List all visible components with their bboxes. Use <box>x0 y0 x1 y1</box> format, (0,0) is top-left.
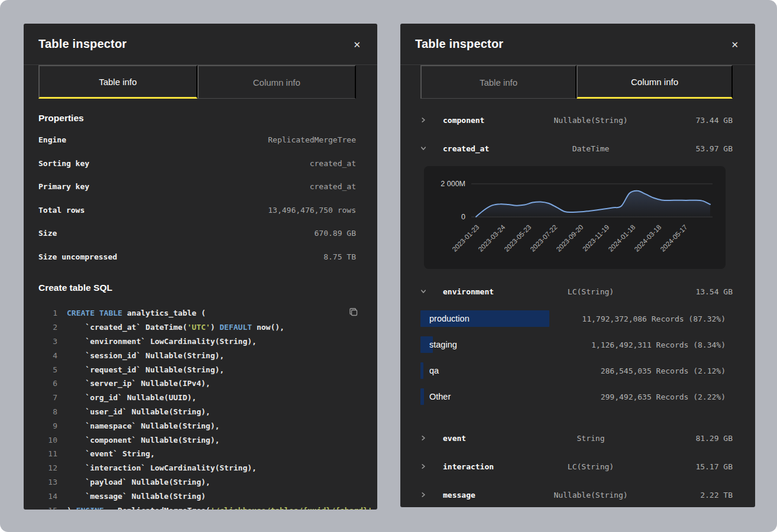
env-value-row-production: production 11,792,372,086 Records (87.32… <box>420 306 733 332</box>
property-value: created_at <box>310 182 356 191</box>
tab-table-info[interactable]: Table info <box>420 65 577 99</box>
value-bar-wrap: staging <box>420 336 591 353</box>
svg-text:0: 0 <box>461 213 465 221</box>
value-stats: 1,126,492,311 Records (8.34%) <box>591 340 726 349</box>
column-type: DateTime <box>526 144 656 153</box>
property-label: Primary key <box>38 182 89 191</box>
svg-text:2024-05-17: 2024-05-17 <box>659 223 688 253</box>
property-row-sorting-key: Sorting key created_at <box>38 152 356 176</box>
property-label: Total rows <box>38 206 85 215</box>
property-row-primary-key: Primary key created_at <box>38 175 356 199</box>
close-button[interactable]: ✕ <box>727 36 742 52</box>
properties-heading: Properties <box>38 113 356 124</box>
svg-text:2023-03-24: 2023-03-24 <box>477 223 507 254</box>
property-row-size-uncompressed: Size uncompressed 8.75 TB <box>38 245 356 269</box>
value-bar-wrap: Other <box>420 388 601 405</box>
column-info-content: component Nullable(String) 73.44 GB crea… <box>400 99 755 507</box>
column-type: Nullable(String) <box>526 116 656 125</box>
value-stats: 286,545,035 Records (2.12%) <box>601 366 726 375</box>
value-label: production <box>420 314 470 323</box>
property-value: 8.75 TB <box>323 252 356 261</box>
column-row-environment[interactable]: environment LC(String) 13.54 GB <box>420 277 733 306</box>
column-name: event <box>436 434 526 443</box>
tab-column-info[interactable]: Column info <box>198 65 357 99</box>
dialog-header: Table inspector ✕ <box>400 24 755 65</box>
svg-text:2 000M: 2 000M <box>441 180 465 188</box>
column-name: interaction <box>436 462 526 471</box>
svg-text:2023-09-20: 2023-09-20 <box>555 223 584 253</box>
chevron-right-icon[interactable] <box>420 492 436 498</box>
property-label: Sorting key <box>38 159 89 168</box>
column-type: LC(String) <box>526 287 656 296</box>
property-row-total-rows: Total rows 13,496,476,750 rows <box>38 199 356 222</box>
env-value-row-qa: qa 286,545,035 Records (2.12%) <box>420 358 733 384</box>
column-row-event[interactable]: event String 81.29 GB <box>420 424 733 452</box>
property-row-engine: Engine ReplicatedMergeTree <box>38 128 356 152</box>
value-label: Other <box>420 392 451 401</box>
table-inspector-dialog-column-info: Table inspector ✕ Table info Column info… <box>400 24 755 507</box>
svg-text:2023-01-23: 2023-01-23 <box>451 223 480 253</box>
column-name: component <box>436 116 526 125</box>
create-table-sql-heading: Create table SQL <box>38 283 356 293</box>
column-row-interaction[interactable]: interaction LC(String) 15.17 GB <box>420 452 733 481</box>
tab-column-info[interactable]: Column info <box>577 65 733 99</box>
column-size: 2.22 TB <box>656 491 733 499</box>
property-label: Size uncompressed <box>38 252 117 261</box>
value-stats: 11,792,372,086 Records (87.32%) <box>582 314 726 323</box>
copy-icon[interactable] <box>348 306 360 320</box>
column-name: message <box>436 491 526 499</box>
column-type: LC(String) <box>526 462 656 471</box>
chevron-down-icon[interactable] <box>420 145 436 151</box>
property-value: created_at <box>310 159 356 168</box>
spacer <box>420 416 733 424</box>
value-label: staging <box>420 340 457 349</box>
properties-list: Engine ReplicatedMergeTree Sorting key c… <box>38 128 356 268</box>
svg-text:2023-05-23: 2023-05-23 <box>503 223 532 253</box>
env-value-row-other: Other 299,492,635 Records (2.22%) <box>420 384 733 410</box>
column-row-message[interactable]: message Nullable(String) 2.22 TB <box>420 481 733 507</box>
sql-code-block: 1CREATE TABLE analytics_table (2 `create… <box>38 306 356 510</box>
chevron-down-icon[interactable] <box>420 288 436 294</box>
dialog-title: Table inspector <box>415 37 503 51</box>
table-inspector-dialog-table-info: Table inspector ✕ Table info Column info… <box>24 24 377 510</box>
column-name: environment <box>436 287 526 296</box>
property-value: 13,496,476,750 rows <box>268 206 356 215</box>
property-label: Engine <box>38 135 66 144</box>
column-size: 53.97 GB <box>656 144 733 153</box>
chevron-right-icon[interactable] <box>420 463 436 469</box>
table-info-content: Properties Engine ReplicatedMergeTree So… <box>24 113 377 510</box>
svg-text:2023-07-22: 2023-07-22 <box>529 223 558 253</box>
column-row-created-at[interactable]: created_at DateTime 53.97 GB <box>420 134 733 163</box>
svg-text:2023-11-19: 2023-11-19 <box>581 223 610 252</box>
column-size: 13.54 GB <box>656 287 733 296</box>
value-bar-wrap: production <box>420 310 582 327</box>
sql-code-lines: 1CREATE TABLE analytics_table (2 `create… <box>38 306 356 510</box>
svg-text:2024-03-18: 2024-03-18 <box>633 223 662 253</box>
svg-text:2024-01-18: 2024-01-18 <box>607 223 636 253</box>
created-at-trend-svg: 2 000M02023-01-232023-03-242023-05-23202… <box>424 166 726 269</box>
created-at-trend-chart: 2 000M02023-01-232023-03-242023-05-23202… <box>424 166 726 269</box>
column-size: 73.44 GB <box>656 116 733 125</box>
property-label: Size <box>38 229 57 238</box>
environment-value-breakdown: production 11,792,372,086 Records (87.32… <box>420 306 733 410</box>
value-bar-wrap: qa <box>420 362 601 379</box>
column-type: String <box>526 434 656 443</box>
column-name: created_at <box>436 144 526 153</box>
chevron-right-icon[interactable] <box>420 435 436 441</box>
chevron-right-icon[interactable] <box>420 117 436 123</box>
property-row-size: Size 670.89 GB <box>38 222 356 245</box>
tab-table-info[interactable]: Table info <box>38 65 198 99</box>
column-row-component[interactable]: component Nullable(String) 73.44 GB <box>420 106 733 134</box>
dialog-title: Table inspector <box>38 37 127 51</box>
column-size: 81.29 GB <box>656 434 733 443</box>
property-value: ReplicatedMergeTree <box>268 135 356 144</box>
column-type: Nullable(String) <box>526 491 656 499</box>
property-value: 670.89 GB <box>315 229 356 238</box>
tab-bar: Table info Column info <box>420 65 733 99</box>
tab-bar: Table info Column info <box>38 65 356 99</box>
value-stats: 299,492,635 Records (2.22%) <box>601 392 726 401</box>
close-button[interactable]: ✕ <box>349 36 364 52</box>
value-label: qa <box>420 366 439 375</box>
screenshot-canvas: Table inspector ✕ Table info Column info… <box>0 0 777 532</box>
dialog-header: Table inspector ✕ <box>24 24 377 65</box>
